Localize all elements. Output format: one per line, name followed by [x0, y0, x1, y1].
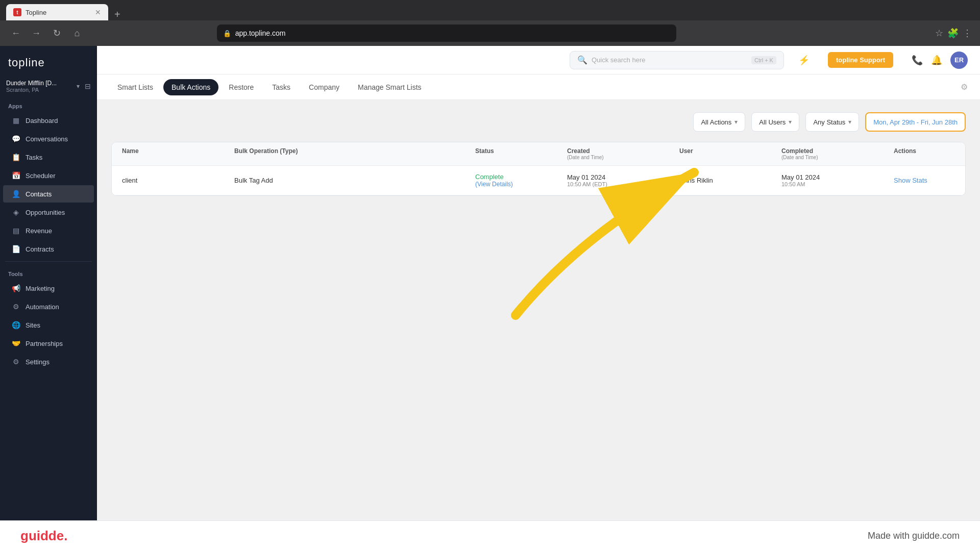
row-completed: May 01 2024 10:50 AM — [781, 173, 894, 187]
section-apps-label: Apps — [0, 97, 97, 111]
user-avatar[interactable]: ER — [950, 52, 968, 69]
sidebar-item-automation[interactable]: ⚙ Automation — [3, 298, 94, 315]
status-complete-text: Complete — [475, 173, 504, 181]
sidebar-item-conversations[interactable]: 💬 Conversations — [3, 130, 94, 147]
sidebar-item-settings[interactable]: ⚙ Settings — [3, 353, 94, 370]
search-icon: 🔍 — [577, 55, 587, 65]
search-bar[interactable]: 🔍 Quick search here Ctrl + K — [570, 51, 784, 69]
col-created: Created (Date and Time) — [567, 147, 679, 160]
tab-bulk-actions[interactable]: Bulk Actions — [163, 79, 218, 95]
sidebar-item-revenue[interactable]: ▤ Revenue — [3, 222, 94, 239]
forward-button[interactable]: → — [29, 26, 44, 41]
tab-restore[interactable]: Restore — [220, 79, 262, 95]
sidebar-item-sites[interactable]: 🌐 Sites — [3, 316, 94, 334]
any-status-dropdown[interactable]: Any Status ▾ — [805, 112, 859, 132]
lock-icon: 🔒 — [223, 30, 231, 37]
refresh-button[interactable]: ↻ — [49, 26, 64, 41]
sidebar-item-label: Marketing — [26, 285, 55, 292]
browser-toolbar: ← → ↻ ⌂ 🔒 app.topline.com ☆ 🧩 ⋮ — [0, 20, 980, 46]
row-actions: Show Stats — [894, 177, 955, 184]
conversations-icon: 💬 — [11, 135, 20, 143]
date-range-filter[interactable]: Mon, Apr 29th - Fri, Jun 28th — [865, 112, 966, 132]
toolbar-icons: ☆ 🧩 ⋮ — [935, 28, 972, 39]
sidebar-collapse-icon[interactable]: ⊟ — [85, 82, 91, 90]
all-actions-label: All Actions — [701, 118, 731, 126]
tab-manage-smart-lists[interactable]: Manage Smart Lists — [350, 79, 430, 95]
row-operation: Bulk Tag Add — [234, 177, 475, 184]
sidebar-item-contracts[interactable]: 📄 Contracts — [3, 240, 94, 258]
new-tab-button[interactable]: + — [110, 9, 125, 20]
sidebar-item-label: Tasks — [26, 154, 42, 161]
marketing-icon: 📢 — [11, 284, 20, 292]
bookmark-icon[interactable]: ☆ — [935, 28, 943, 39]
col-created-label: Created — [567, 147, 679, 155]
browser-tabs: t Topline ✕ + — [0, 0, 980, 20]
address-bar[interactable]: 🔒 app.topline.com — [217, 24, 676, 42]
sidebar-item-label: Contacts — [26, 190, 52, 198]
sidebar-item-partnerships[interactable]: 🤝 Partnerships — [3, 335, 94, 352]
org-name: Dunder Mifflin [D... — [6, 80, 67, 87]
tab-company[interactable]: Company — [301, 79, 348, 95]
lightning-icon[interactable]: ⚡ — [798, 55, 810, 66]
sidebar-divider — [5, 261, 92, 262]
sidebar-item-label: Conversations — [26, 135, 68, 143]
show-stats-link[interactable]: Show Stats — [894, 177, 927, 184]
sidebar-org[interactable]: Dunder Mifflin [D... Scranton, PA ▾ ⊟ — [0, 76, 97, 97]
filter-bar: All Actions ▾ All Users ▾ Any Status ▾ M… — [111, 112, 966, 132]
created-date: May 01 2024 — [567, 173, 679, 181]
tab-tasks[interactable]: Tasks — [264, 79, 299, 95]
partnerships-icon: 🤝 — [11, 339, 20, 347]
home-button[interactable]: ⌂ — [69, 26, 85, 41]
extensions-icon[interactable]: 🧩 — [947, 28, 959, 39]
sidebar-item-scheduler[interactable]: 📅 Scheduler — [3, 167, 94, 184]
bell-icon[interactable]: 🔔 — [931, 55, 942, 66]
any-status-label: Any Status — [813, 118, 845, 126]
col-completed-sub: (Date and Time) — [781, 155, 894, 160]
sidebar-item-label: Automation — [26, 303, 59, 311]
sidebar-item-label: Dashboard — [26, 117, 58, 124]
all-actions-dropdown[interactable]: All Actions ▾ — [693, 112, 745, 132]
all-users-label: All Users — [759, 118, 786, 126]
phone-icon[interactable]: 📞 — [912, 55, 923, 66]
tab-nav: Smart Lists Bulk Actions Restore Tasks C… — [97, 74, 980, 100]
sidebar-item-label: Sites — [26, 321, 40, 329]
tab-smart-lists[interactable]: Smart Lists — [109, 79, 161, 95]
menu-icon[interactable]: ⋮ — [963, 28, 972, 39]
sidebar-item-marketing[interactable]: 📢 Marketing — [3, 280, 94, 297]
contacts-icon: 👤 — [11, 190, 20, 198]
sidebar-item-contacts[interactable]: 👤 Contacts — [3, 185, 94, 203]
sidebar-item-label: Revenue — [26, 227, 52, 235]
created-time: 10:50 AM (EDT) — [567, 181, 679, 187]
settings-tab-icon[interactable]: ⚙ — [961, 82, 968, 92]
row-created: May 01 2024 10:50 AM (EDT) — [567, 173, 679, 187]
contracts-icon: 📄 — [11, 245, 20, 253]
sidebar-item-opportunities[interactable]: ◈ Opportunities — [3, 204, 94, 221]
all-users-dropdown[interactable]: All Users ▾ — [751, 112, 799, 132]
col-actions: Actions — [894, 147, 955, 160]
app-header: 🔍 Quick search here Ctrl + K ⚡ topline S… — [97, 46, 980, 74]
sidebar-item-label: Settings — [26, 358, 50, 366]
support-button[interactable]: topline Support — [828, 52, 893, 68]
guidde-logo: guidde. — [20, 528, 67, 544]
app-container: topline Dunder Mifflin [D... Scranton, P… — [0, 46, 980, 520]
tab-title: Topline — [26, 9, 46, 16]
dashboard-icon: ▦ — [11, 116, 20, 124]
scheduler-icon: 📅 — [11, 171, 20, 180]
back-button[interactable]: ← — [8, 26, 23, 41]
col-created-sub: (Date and Time) — [567, 155, 679, 160]
settings-icon: ⚙ — [11, 358, 20, 366]
view-details-link[interactable]: (View Details) — [475, 181, 567, 188]
tab-close-icon[interactable]: ✕ — [95, 8, 101, 16]
header-icons: 📞 🔔 ER — [912, 52, 968, 69]
active-tab[interactable]: t Topline ✕ — [6, 4, 108, 20]
sidebar-item-dashboard[interactable]: ▦ Dashboard — [3, 112, 94, 129]
col-status: Status — [475, 147, 567, 160]
logo-text: topline — [8, 56, 45, 69]
col-name: Name — [122, 147, 234, 160]
all-actions-chevron-icon: ▾ — [734, 118, 738, 126]
opportunities-icon: ◈ — [11, 208, 20, 216]
section-tools-label: Tools — [0, 265, 97, 279]
sidebar-item-tasks[interactable]: 📋 Tasks — [3, 148, 94, 166]
row-name: client — [122, 177, 234, 184]
main-content: 🔍 Quick search here Ctrl + K ⚡ topline S… — [97, 46, 980, 520]
